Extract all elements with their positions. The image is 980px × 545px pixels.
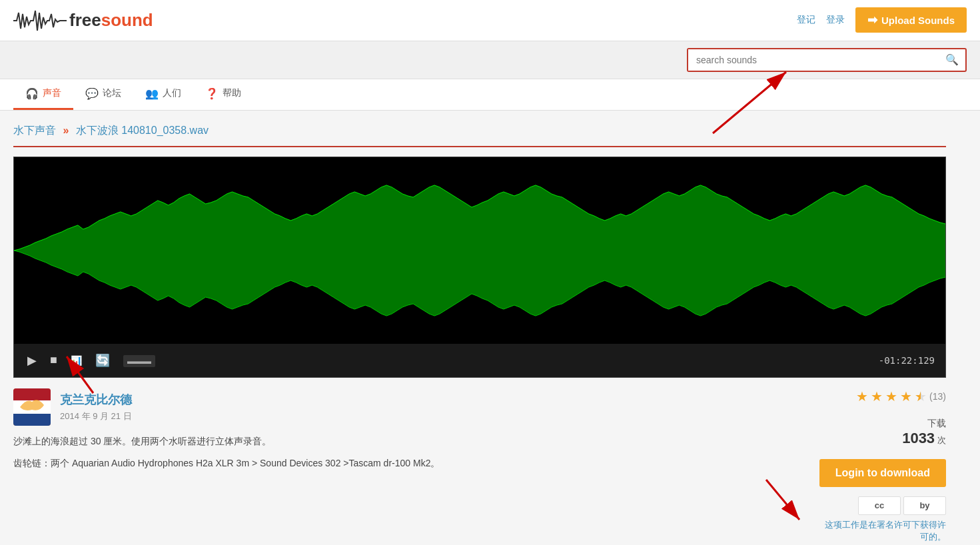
breadcrumb-current: 水下波浪 140810_0358.wav bbox=[76, 125, 209, 136]
main-nav: 🎧 声音 💬 论坛 👥 人们 ❓ 帮助 bbox=[0, 79, 980, 111]
rating-count: (13) bbox=[929, 391, 946, 402]
login-download-button[interactable]: Login to download bbox=[819, 459, 946, 487]
download-count: 1033 bbox=[902, 430, 935, 446]
info-right: ★ ★ ★ ★ ★ ★ (13) 下载 1033 次 Login to down… bbox=[759, 388, 946, 543]
star-4: ★ bbox=[900, 388, 912, 404]
star-2: ★ bbox=[871, 388, 883, 404]
waveform-button[interactable]: 📊 bbox=[68, 350, 85, 370]
nav-item-sounds[interactable]: 🎧 声音 bbox=[13, 79, 73, 110]
settings-button[interactable]: ▬▬▬ bbox=[121, 350, 158, 370]
settings-icon: ▬▬▬ bbox=[123, 355, 155, 367]
question-icon: ❓ bbox=[205, 87, 219, 100]
register-link[interactable]: 登记 bbox=[797, 14, 815, 26]
cc-text: 这项工作是在署名许可下获得许可的。 bbox=[825, 519, 946, 543]
cc-by-icon: by bbox=[903, 496, 946, 515]
search-area: 🔍 bbox=[0, 41, 980, 79]
audio-player: ▶ ■ 📊 🔄 ▬▬▬ -01:22:129 bbox=[13, 157, 946, 378]
creative-commons-icon: cc bbox=[858, 496, 901, 515]
page-header: freesound 登记 登录 ➡ Upload Sounds bbox=[0, 0, 980, 41]
svg-rect-6 bbox=[13, 414, 51, 426]
logo[interactable]: freesound bbox=[13, 7, 153, 34]
download-stats: 下载 1033 次 bbox=[902, 418, 946, 447]
breadcrumb-separator: » bbox=[63, 125, 69, 136]
search-icon: 🔍 bbox=[945, 54, 959, 65]
upload-arrow-icon: ➡ bbox=[867, 13, 877, 27]
time-display: -01:22:129 bbox=[879, 355, 935, 366]
search-button[interactable]: 🔍 bbox=[939, 49, 965, 70]
rating-row: ★ ★ ★ ★ ★ ★ (13) bbox=[759, 388, 946, 404]
breadcrumb-divider bbox=[13, 146, 946, 147]
info-left: 克兰克比尔德 2014 年 9 月 21 日 沙滩上的海浪超过 30 厘米。使用… bbox=[13, 388, 746, 543]
chat-icon: 💬 bbox=[85, 87, 99, 100]
user-row: 克兰克比尔德 2014 年 9 月 21 日 bbox=[13, 388, 746, 426]
upload-date: 2014 年 9 月 21 日 bbox=[60, 410, 132, 422]
nav-item-people[interactable]: 👥 人们 bbox=[133, 79, 193, 110]
info-section: 克兰克比尔德 2014 年 9 月 21 日 沙滩上的海浪超过 30 厘米。使用… bbox=[13, 388, 946, 543]
cc-icons: cc by bbox=[858, 496, 946, 515]
user-details: 克兰克比尔德 2014 年 9 月 21 日 bbox=[60, 392, 132, 422]
svg-rect-4 bbox=[13, 388, 51, 400]
stop-button[interactable]: ■ bbox=[47, 350, 60, 370]
username-link[interactable]: 克兰克比尔德 bbox=[60, 393, 132, 406]
download-section: 下载 1033 次 Login to download bbox=[759, 418, 946, 487]
description-line1: 沙滩上的海浪超过 30 厘米。使用两个水听器进行立体声录音。 bbox=[13, 434, 746, 450]
description-line2: 齿轮链：两个 Aquarian Audio Hydrophones H2a XL… bbox=[13, 456, 746, 472]
player-controls: ▶ ■ 📊 🔄 ▬▬▬ -01:22:129 bbox=[14, 344, 945, 377]
search-input[interactable] bbox=[688, 49, 939, 71]
stop-icon: ■ bbox=[50, 353, 57, 366]
star-3: ★ bbox=[885, 388, 897, 404]
nav-item-forum[interactable]: 💬 论坛 bbox=[73, 79, 133, 110]
user-avatar bbox=[13, 388, 51, 426]
star-half: ★ ★ bbox=[915, 388, 927, 404]
cc-license-row: cc by 这项工作是在署名许可下获得许可的。 bbox=[759, 496, 946, 543]
search-wrapper: 🔍 bbox=[687, 48, 967, 72]
people-icon: 👥 bbox=[145, 87, 159, 100]
loop-icon: 🔄 bbox=[95, 354, 110, 367]
headphones-icon: 🎧 bbox=[25, 87, 39, 100]
waveform-icon: 📊 bbox=[71, 355, 82, 366]
loop-button[interactable]: 🔄 bbox=[93, 350, 113, 370]
waveform-display bbox=[14, 157, 945, 344]
download-label: 下载 bbox=[927, 418, 946, 428]
play-icon: ▶ bbox=[27, 354, 37, 367]
play-button[interactable]: ▶ bbox=[25, 350, 39, 370]
star-1: ★ bbox=[856, 388, 868, 404]
breadcrumb-parent[interactable]: 水下声音 bbox=[13, 125, 56, 136]
login-link[interactable]: 登录 bbox=[826, 14, 845, 26]
nav-item-help[interactable]: ❓ 帮助 bbox=[193, 79, 253, 110]
breadcrumb: 水下声音 » 水下波浪 140810_0358.wav bbox=[13, 124, 946, 138]
header-actions: 登记 登录 ➡ Upload Sounds bbox=[797, 7, 967, 33]
upload-button[interactable]: ➡ Upload Sounds bbox=[855, 7, 967, 33]
logo-text: freesound bbox=[69, 10, 153, 31]
main-content: 水下声音 » 水下波浪 140810_0358.wav bbox=[0, 111, 959, 545]
logo-waveform bbox=[13, 7, 67, 34]
download-unit: 次 bbox=[937, 435, 946, 445]
controls-left: ▶ ■ 📊 🔄 ▬▬▬ bbox=[25, 350, 158, 370]
